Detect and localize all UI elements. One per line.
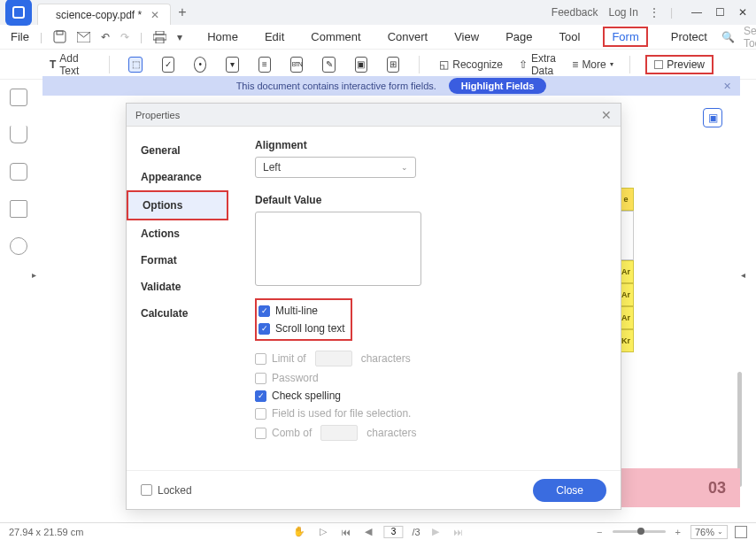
menu-bar: File | ↶ ↷ | ▾ Home Edit Comment Convert… [0, 25, 756, 50]
close-window-icon[interactable]: ✕ [737, 6, 749, 19]
tab-title: science-copy.pdf * [56, 9, 142, 21]
button-field-icon[interactable]: BTN [290, 57, 303, 73]
undo-icon[interactable]: ↶ [101, 29, 110, 45]
menu-tool[interactable]: Tool [556, 27, 584, 47]
page-total: /3 [412, 527, 420, 537]
print-icon[interactable] [153, 29, 166, 45]
tab-actions[interactable]: Actions [127, 220, 228, 247]
date-field-icon[interactable]: ⊞ [387, 57, 399, 73]
form-panel-icon[interactable]: ▣ [703, 108, 722, 127]
zoom-slider[interactable] [613, 530, 666, 533]
multi-line-checkbox[interactable]: ✓ [258, 305, 270, 317]
form-fields-banner: This document contains interactive form … [42, 76, 740, 96]
menu-edit[interactable]: Edit [261, 27, 288, 47]
dropdown-field-icon[interactable]: ▾ [226, 57, 238, 73]
zoom-out-icon[interactable]: − [594, 527, 605, 537]
tab-options[interactable]: Options [127, 190, 228, 220]
title-bar: science-copy.pdf * ✕ + Feedback Log In ⋮… [0, 0, 756, 25]
add-text-button[interactable]: TAdd Text [50, 52, 89, 77]
comments-icon[interactable] [10, 163, 27, 181]
search-tools-input[interactable]: Search Tools [744, 25, 756, 50]
extra-data-button[interactable]: ⇧Extra Data [519, 52, 556, 77]
close-tab-icon[interactable]: ✕ [147, 9, 163, 21]
thumbnails-icon[interactable] [10, 89, 27, 106]
last-page-icon[interactable]: ⏭ [451, 527, 466, 537]
file-selection-checkbox[interactable] [255, 408, 266, 420]
file-menu[interactable]: File [11, 30, 29, 43]
checkbox-field-icon[interactable]: ✓ [162, 57, 174, 73]
highlight-fields-button[interactable]: Highlight Fields [449, 78, 547, 94]
zoom-level-select[interactable]: 76%⌄ [690, 525, 728, 539]
attachments-icon[interactable] [10, 200, 27, 218]
zoom-in-icon[interactable]: + [673, 527, 683, 537]
more-button[interactable]: ≡More▾ [572, 58, 613, 71]
expand-left-icon[interactable]: ▸ [32, 270, 36, 280]
menu-tabs: Home Edit Comment Convert View Page Tool… [204, 27, 711, 47]
search-panel-icon[interactable] [10, 237, 27, 255]
alignment-select[interactable]: Left⌄ [255, 157, 416, 178]
hand-tool-icon[interactable]: ✋ [290, 526, 308, 537]
svg-rect-6 [156, 38, 164, 43]
mail-icon[interactable] [77, 29, 90, 45]
page-number-input[interactable] [383, 526, 403, 538]
locked-checkbox-row[interactable]: Locked [141, 484, 192, 497]
preview-button[interactable]: Preview [645, 55, 714, 74]
save-icon[interactable] [53, 29, 66, 45]
banner-close-icon[interactable]: ✕ [723, 81, 731, 92]
signature-field-icon[interactable]: ✎ [322, 57, 335, 73]
prev-page-icon[interactable]: ◀ [362, 526, 374, 537]
menu-view[interactable]: View [451, 27, 482, 47]
bookmarks-icon[interactable] [10, 126, 27, 143]
list-field-icon[interactable]: ≡ [258, 57, 271, 73]
page-dimensions: 27.94 x 21.59 cm [9, 527, 83, 537]
fit-page-icon[interactable] [735, 526, 747, 538]
search-icon[interactable]: 🔍 [721, 31, 735, 43]
limit-of-checkbox[interactable] [255, 353, 266, 365]
first-page-icon[interactable]: ⏮ [338, 527, 353, 537]
text-field-icon[interactable]: ⬚ [128, 57, 142, 73]
tab-general[interactable]: General [127, 137, 228, 164]
quick-dropdown-icon[interactable]: ▾ [177, 29, 182, 45]
comb-of-input[interactable] [320, 425, 358, 441]
maximize-icon[interactable]: ☐ [714, 6, 726, 19]
default-value-textarea[interactable] [255, 212, 421, 286]
dialog-tabs: General Appearance Options Actions Forma… [127, 127, 228, 470]
comb-of-checkbox[interactable] [255, 428, 266, 439]
login-link[interactable]: Log In [609, 6, 638, 19]
page-badge: 03 [708, 479, 726, 498]
minimize-icon[interactable]: — [690, 6, 703, 19]
menu-protect[interactable]: Protect [667, 27, 711, 47]
tab-appearance[interactable]: Appearance [127, 164, 228, 190]
radio-field-icon[interactable]: • [194, 57, 206, 73]
menu-form[interactable]: Form [603, 27, 647, 47]
menu-home[interactable]: Home [204, 27, 242, 47]
tab-format[interactable]: Format [127, 247, 228, 274]
recognize-button[interactable]: ◱Recognize [439, 58, 503, 71]
dialog-title: Properties [135, 110, 180, 120]
document-tab[interactable]: science-copy.pdf * ✕ [37, 4, 171, 25]
password-checkbox[interactable] [255, 373, 266, 384]
new-tab-button[interactable]: + [178, 4, 186, 20]
select-tool-icon[interactable]: ▷ [317, 526, 329, 537]
feedback-link[interactable]: Feedback [552, 6, 598, 19]
more-menu-icon[interactable]: ⋮ [649, 6, 660, 19]
check-spelling-checkbox[interactable]: ✓ [255, 390, 266, 402]
menu-page[interactable]: Page [502, 27, 536, 47]
close-button[interactable]: Close [533, 479, 606, 502]
scroll-long-text-label: Scroll long text [275, 322, 345, 335]
limit-of-input[interactable] [315, 351, 352, 366]
menu-comment[interactable]: Comment [307, 27, 364, 47]
tab-calculate[interactable]: Calculate [127, 300, 228, 327]
redo-icon[interactable]: ↷ [120, 29, 129, 45]
next-page-icon[interactable]: ▶ [429, 526, 442, 537]
image-field-icon[interactable]: ▣ [355, 57, 367, 73]
expand-right-icon[interactable]: ◂ [741, 270, 745, 280]
tab-validate[interactable]: Validate [127, 274, 228, 300]
menu-convert[interactable]: Convert [384, 27, 432, 47]
scroll-long-text-checkbox[interactable]: ✓ [258, 323, 270, 335]
status-bar: 27.94 x 21.59 cm ✋ ▷ ⏮ ◀ /3 ▶ ⏭ − + 76%⌄ [0, 522, 756, 540]
dialog-close-icon[interactable]: ✕ [601, 108, 612, 122]
svg-rect-0 [13, 7, 24, 18]
svg-rect-1 [54, 31, 66, 42]
dialog-title-bar[interactable]: Properties ✕ [127, 104, 621, 127]
